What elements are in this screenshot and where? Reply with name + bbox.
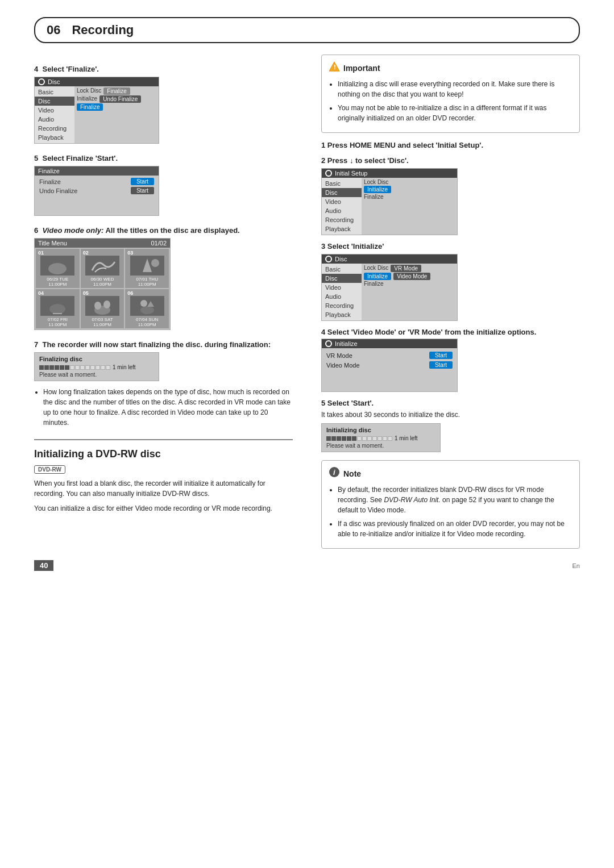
section-divider	[34, 439, 293, 440]
undo-finalize-btn: Undo Finalize	[99, 95, 141, 103]
finalize-label: Finalize	[39, 178, 61, 185]
title-num-3: 03	[126, 250, 168, 256]
init-options-menu: Initialize VR Mode Start Video Mode Star…	[321, 339, 458, 392]
chapter-number: 06	[47, 23, 60, 37]
title-num-1: 01	[37, 250, 78, 256]
main-content: 4 Select 'Finalize'. Disc Basic Disc Vid…	[34, 55, 580, 549]
block-14	[106, 365, 110, 370]
initial-setup-label: Initial Setup	[335, 170, 367, 177]
is-row-3: Finalize	[364, 194, 455, 200]
step-4-label: 4 Select 'Finalize'.	[34, 65, 293, 73]
menu-title-step4: Disc	[48, 78, 60, 85]
iblock-7	[357, 436, 362, 441]
iblock-5	[347, 436, 351, 441]
left-column: 4 Select 'Finalize'. Disc Basic Disc Vid…	[34, 55, 310, 549]
title-menu-header: Title Menu 01/02	[35, 239, 170, 248]
block-7	[70, 365, 74, 370]
block-2	[44, 365, 49, 370]
block-1	[39, 365, 44, 370]
sidebar-recording: Recording	[35, 124, 74, 133]
svg-point-10	[140, 306, 154, 314]
svg-point-0	[48, 263, 67, 274]
note-bullets: By default, the recorder initializes bla…	[329, 485, 572, 539]
sidebar-audio: Audio	[35, 115, 74, 124]
right-step-3-text: Select 'Initialize'	[327, 242, 384, 251]
block-9	[80, 365, 85, 370]
init-min-left: 1 min left	[395, 435, 418, 441]
iblock-6	[352, 436, 356, 441]
title-date-4: 07/02 FRI11:00PM	[37, 317, 78, 327]
init-options-label: Initialize	[335, 340, 358, 347]
right-step-4-text: Select 'Video Mode' or 'VR Mode' from th…	[327, 328, 537, 336]
para1: When you first load a blank disc, the re…	[34, 478, 293, 499]
di-basic: Basic	[322, 265, 362, 274]
di-vrmode: VR Mode	[391, 265, 421, 272]
is-row-2: Initialize	[364, 186, 455, 193]
finalizing-bar-wrap: Finalizing disc	[34, 352, 159, 381]
title-cell-5: 05 07/03 SAT11:00PM	[81, 289, 125, 328]
di-video: Video	[322, 283, 362, 292]
menu-row-3: Finalize	[77, 103, 156, 111]
important-label: Important	[343, 62, 380, 74]
start-btn-2: Start	[131, 187, 154, 194]
title-grid: 01 06/29 TUE11:00PM 02 06/30 WED11:00PM …	[35, 248, 170, 329]
disc-menu-step4: Disc Basic Disc Video Audio Recording Pl…	[34, 77, 159, 144]
right-step-3: 3 Select 'Initialize' Disc Basic Disc Vi…	[321, 242, 580, 321]
note-icon: i	[329, 466, 340, 481]
svg-text:i: i	[333, 468, 335, 477]
step-5-label: 5 Select Finalize 'Start'.	[34, 154, 293, 162]
right-step-2-label: 2 Press ↓ to select 'Disc'.	[321, 156, 580, 165]
video-mode-label: Video Mode	[326, 362, 360, 369]
chapter-title: Recording	[72, 23, 134, 37]
disc-init-body: Basic Disc Video Audio Recording Playbac…	[322, 264, 457, 320]
di-videomode: Video Mode	[393, 273, 430, 280]
iblock-1	[326, 436, 331, 441]
step7-bold: The recorder will now start finalizing t…	[42, 340, 202, 349]
dvdrw-badge: DVD-RW	[34, 465, 65, 474]
section-heading: Initializing a DVD-RW disc	[34, 448, 293, 460]
initial-setup-main: Lock Disc Initialize Finalize	[362, 178, 457, 235]
important-bullets: Initializing a disc will erase everythin…	[329, 79, 572, 123]
important-title: ! Important	[329, 61, 572, 76]
please-wait: Please wait a moment.	[39, 372, 154, 378]
step6-italic: Video mode only:	[42, 226, 103, 235]
right-step-5: 5 Select 'Start'. It takes about 30 seco…	[321, 399, 580, 452]
right-step-4: 4 Select 'Video Mode' or 'VR Mode' from …	[321, 328, 580, 392]
block-10	[85, 365, 90, 370]
finalize-menu-step5: Finalize Finalize Start Undo Finalize St…	[34, 166, 159, 216]
disc-init-menu: Disc Basic Disc Video Audio Recording Pl…	[321, 254, 458, 321]
is-disc: Disc	[322, 188, 362, 197]
initial-setup-menu: Initial Setup Basic Disc Video Audio Rec…	[321, 168, 458, 235]
finalize-row-2: Undo Finalize Start	[39, 187, 154, 194]
block-5	[60, 365, 64, 370]
title-thumb-2	[85, 256, 119, 276]
title-cell-2: 02 06/30 WED11:00PM	[81, 249, 125, 288]
iblock-9	[367, 436, 372, 441]
sidebar-video: Video	[35, 106, 74, 115]
block-8	[75, 365, 80, 370]
sidebar-basic: Basic	[35, 87, 74, 97]
important-box: ! Important Initializing a disc will era…	[321, 55, 580, 133]
step-6-label: 6 Video mode only: All the titles on the…	[34, 226, 293, 235]
page-number: 40	[34, 560, 53, 571]
disc-init-main: Lock Disc VR Mode Initialize Video Mode …	[362, 264, 457, 320]
finalize-row-1: Finalize Start	[39, 178, 154, 185]
title-thumb-6	[130, 296, 164, 316]
title-menu-pagination: 01/02	[151, 240, 167, 247]
right-step-1-label: 1 Press HOME MENU and select 'Initial Se…	[321, 141, 580, 149]
is-video: Video	[322, 197, 362, 206]
title-menu: Title Menu 01/02 01 06/29 TUE11:00PM 02	[34, 238, 171, 330]
lock-disc-item: Lock Disc	[77, 87, 101, 95]
di-finalize: Finalize	[364, 281, 383, 287]
right-step-4-label: 4 Select 'Video Mode' or 'VR Mode' from …	[321, 328, 580, 336]
di-recording: Recording	[322, 301, 362, 310]
svg-point-4	[49, 304, 65, 314]
is-row-1: Lock Disc	[364, 179, 455, 185]
menu-body-step4: Basic Disc Video Audio Recording Playbac…	[35, 86, 159, 143]
video-mode-start: Start	[429, 361, 453, 369]
init-bar-blocks	[326, 436, 392, 441]
sidebar-playback: Playback	[35, 133, 74, 142]
disc-init-label: Disc	[335, 256, 347, 262]
title-num-6: 06	[126, 290, 168, 296]
title-thumb-5	[85, 296, 119, 316]
